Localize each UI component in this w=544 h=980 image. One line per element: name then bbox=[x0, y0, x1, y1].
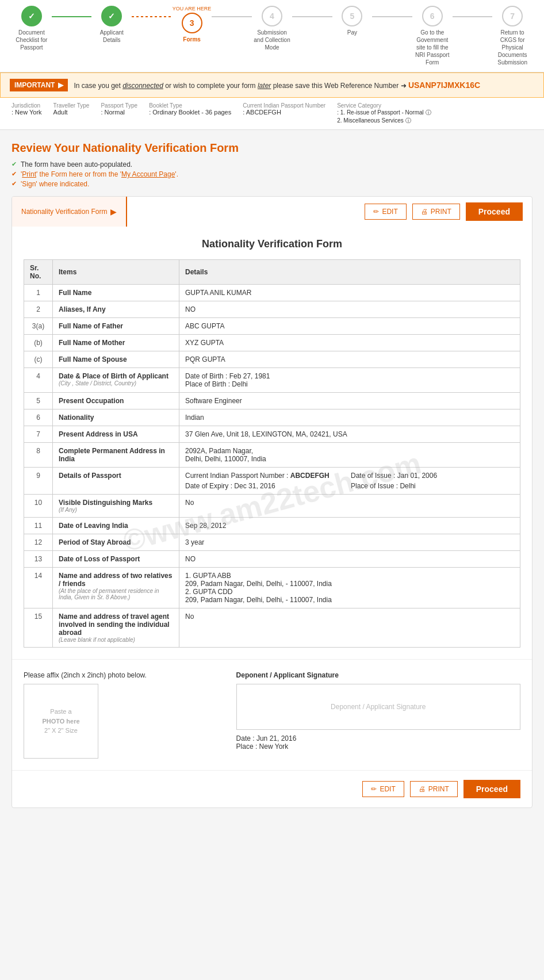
cell-detail: PQR GUPTA bbox=[179, 351, 520, 368]
table-row: 10Visible Distinguishing Marks(If Any)No bbox=[24, 495, 520, 518]
col-header-items: Items bbox=[53, 260, 179, 285]
table-row: 2Aliases, If AnyNO bbox=[24, 301, 520, 318]
item-label: Name and address of travel agent involve… bbox=[59, 612, 170, 637]
edit-button[interactable]: ✏ EDIT bbox=[365, 204, 406, 220]
edit-button-bottom[interactable]: ✏ EDIT bbox=[362, 781, 404, 797]
passport-detail-line: Date of Issue : Jan 01, 2006 bbox=[351, 472, 514, 480]
cell-detail: 2092A, Padam Nagar,Delhi, Delhi, 110007,… bbox=[179, 443, 520, 468]
form-tab-label: Nationality Verification Form bbox=[21, 208, 107, 216]
cell-sr: 12 bbox=[24, 534, 53, 551]
step-4: 4 Submission and Collection Mode bbox=[252, 6, 292, 51]
cell-detail: 3 year bbox=[179, 534, 520, 551]
print-button[interactable]: 🖨 PRINT bbox=[412, 204, 460, 220]
form-body: Nationality Verification Form ©www.am22t… bbox=[12, 227, 532, 659]
cell-item: Full Name of Spouse bbox=[53, 351, 179, 368]
sig-place: Place : New York bbox=[236, 742, 520, 751]
photo-text-3: 2" X 2" Size bbox=[44, 726, 78, 736]
traveller-label: Traveller Type bbox=[53, 102, 90, 109]
item-label: Nationality bbox=[59, 414, 94, 422]
photo-text-1: Paste a bbox=[50, 707, 71, 717]
connector-6 bbox=[453, 16, 493, 17]
table-row: 7Present Address in USA37 Glen Ave, Unit… bbox=[24, 426, 520, 443]
step-1-label: Document Checklist for Passport bbox=[12, 29, 52, 51]
step-4-label: Submission and Collection Mode bbox=[252, 29, 292, 51]
step-3: YOU ARE HERE 3 Forms bbox=[172, 6, 212, 43]
step-7: 7 Return to CKGS for Physical Documents … bbox=[492, 6, 532, 66]
step-1-circle: ✓ bbox=[21, 6, 42, 26]
item-label: Full Name of Father bbox=[59, 322, 123, 330]
cell-sr: 10 bbox=[24, 495, 53, 518]
table-row: 9Details of PassportCurrent Indian Passp… bbox=[24, 468, 520, 495]
cell-sr: 8 bbox=[24, 443, 53, 468]
table-row: 3(a)Full Name of FatherABC GUPTA bbox=[24, 318, 520, 335]
item-label: Full Name bbox=[59, 289, 91, 297]
data-table: Sr. No. Items Details 1Full NameGUPTA AN… bbox=[24, 259, 520, 648]
cell-item: Full Name of Father bbox=[53, 318, 179, 335]
cell-item: Full Name of Mother bbox=[53, 335, 179, 351]
photo-text-2: PHOTO here bbox=[42, 717, 79, 726]
important-label: IMPORTANT ▶ bbox=[10, 79, 68, 91]
cell-sr: 3(a) bbox=[24, 318, 53, 335]
table-row: 4Date & Place of Birth of Applicant(City… bbox=[24, 368, 520, 393]
sig-section: Deponent / Applicant Signature Deponent … bbox=[236, 671, 520, 759]
step-5-circle: 5 bbox=[342, 6, 362, 26]
sig-label: Deponent / Applicant Signature bbox=[236, 671, 520, 679]
banner-italic2: later bbox=[258, 82, 271, 90]
cell-sr: 1 bbox=[24, 285, 53, 301]
step-6: 6 Go to the Government site to fill the … bbox=[412, 6, 453, 66]
proceed-button-top[interactable]: Proceed bbox=[466, 202, 523, 221]
cell-item: Date of Loss of Passport bbox=[53, 551, 179, 568]
cell-item: Nationality bbox=[53, 409, 179, 426]
service-label: Service Category bbox=[337, 102, 431, 109]
cell-sr: (c) bbox=[24, 351, 53, 368]
sig-box: Deponent / Applicant Signature bbox=[236, 684, 520, 730]
item-label: Present Address in USA bbox=[59, 430, 138, 438]
cell-item: Date of Leaving India bbox=[53, 518, 179, 534]
cell-sr: 9 bbox=[24, 468, 53, 495]
step-2-circle: ✓ bbox=[101, 6, 122, 26]
step-2-label: Applicant Details bbox=[91, 29, 132, 44]
item-label: Visible Distinguishing Marks bbox=[59, 499, 152, 507]
cell-detail: Sep 28, 2012 bbox=[179, 518, 520, 534]
progress-bar: ✓ Document Checklist for Passport ✓ Appl… bbox=[0, 0, 544, 72]
item-label: Full Name of Mother bbox=[59, 339, 125, 347]
cell-detail: Indian bbox=[179, 409, 520, 426]
banner-prefix: In case you get bbox=[74, 82, 122, 90]
sig-placeholder: Deponent / Applicant Signature bbox=[331, 703, 426, 711]
cell-sr: 13 bbox=[24, 551, 53, 568]
banner-middle: or wish to complete your form bbox=[163, 82, 258, 90]
item-label: Aliases, If Any bbox=[59, 305, 106, 313]
edit-icon-bottom: ✏ bbox=[371, 785, 377, 793]
proceed-button-bottom[interactable]: Proceed bbox=[463, 780, 520, 798]
important-banner: IMPORTANT ▶ In case you get disconnected… bbox=[0, 72, 544, 98]
print-label-bottom: PRINT bbox=[428, 785, 449, 793]
form-actions: ✏ EDIT 🖨 PRINT Proceed bbox=[355, 197, 532, 227]
cell-item: Name and address of travel agent involve… bbox=[53, 608, 179, 648]
form-panel: Nationality Verification Form ▶ ✏ EDIT 🖨… bbox=[12, 196, 532, 808]
table-row: 15Name and address of travel agent invol… bbox=[24, 608, 520, 648]
cell-item: Present Occupation bbox=[53, 393, 179, 409]
print-button-bottom[interactable]: 🖨 PRINT bbox=[410, 781, 458, 797]
banner-message: In case you get disconnected or wish to … bbox=[74, 81, 480, 90]
photo-sig-section: Please affix (2inch x 2inch) photo below… bbox=[12, 659, 532, 770]
cell-sr: 6 bbox=[24, 409, 53, 426]
checklist-item-3: 'Sign' where indicated. bbox=[12, 180, 532, 188]
table-row: 5Present OccupationSoftware Engineer bbox=[24, 393, 520, 409]
service-value-1: : 1. Re-issue of Passport - Normal ⓘ bbox=[337, 109, 431, 117]
cell-sr: 5 bbox=[24, 393, 53, 409]
checklist: The form have been auto-populated. 'Prin… bbox=[12, 160, 532, 188]
step-7-circle: 7 bbox=[502, 6, 523, 26]
item-sub: (City , State / District, Country) bbox=[59, 380, 173, 386]
booklet-value: : Ordinary Booklet - 36 pages bbox=[149, 109, 231, 116]
table-row: (c)Full Name of SpousePQR GUPTA bbox=[24, 351, 520, 368]
service-value: : 1. Re-issue of Passport - Normal ⓘ 2. … bbox=[337, 109, 431, 125]
step-5-label: Pay bbox=[347, 29, 357, 36]
item-label: Present Occupation bbox=[59, 397, 124, 405]
item-label: Name and address of two relatives / frie… bbox=[59, 572, 172, 588]
info-passport-type: Passport Type : Normal bbox=[101, 102, 137, 125]
step-6-circle: 6 bbox=[422, 6, 443, 26]
title-prefix: Review Your bbox=[12, 141, 83, 154]
item-label: Details of Passport bbox=[59, 472, 121, 480]
form-tab[interactable]: Nationality Verification Form ▶ bbox=[12, 197, 127, 227]
table-row: (b)Full Name of MotherXYZ GUPTA bbox=[24, 335, 520, 351]
